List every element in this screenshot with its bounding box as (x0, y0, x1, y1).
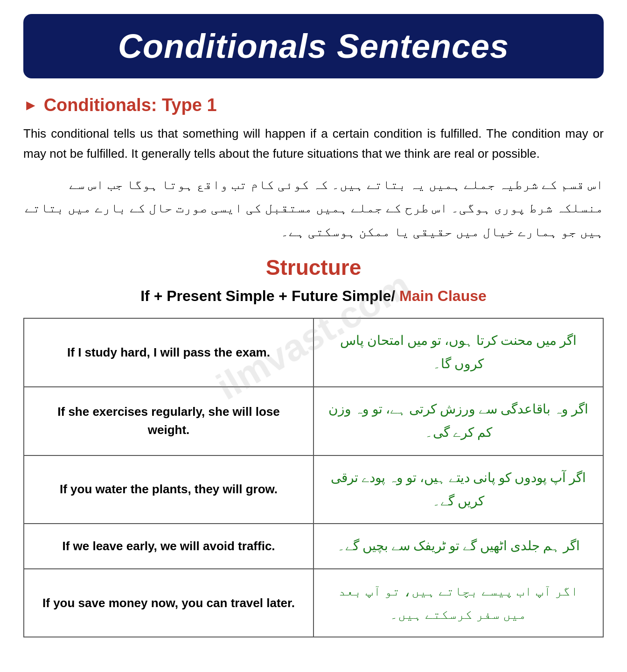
description-english: This conditional tells us that something… (23, 124, 604, 164)
chevron-icon: ► (23, 97, 38, 114)
conditionals-type-heading: Conditionals: Type 1 (44, 95, 217, 115)
table-row: If you save money now, you can travel la… (24, 569, 603, 637)
english-cell: If we leave early, we will avoid traffic… (24, 524, 314, 568)
section-heading: ► Conditionals: Type 1 (23, 95, 604, 115)
urdu-cell: اگر وہ باقاعدگی سے ورزش کرتی ہے، تو وہ و… (314, 387, 603, 455)
table-row: If I study hard, I will pass the exam.اگ… (24, 318, 603, 387)
english-cell: If she exercises regularly, she will los… (24, 387, 314, 455)
page-title: Conditionals Sentences (42, 27, 585, 65)
formula-part1: If + Present Simple + Future Simple/ (140, 287, 399, 304)
structure-title: Structure (23, 255, 604, 280)
header-box: Conditionals Sentences (23, 14, 604, 78)
description-urdu: اس قسم کے شرطیہ جملے ہمیں یہ بتاتے ہیں۔ … (23, 173, 604, 244)
english-cell: If I study hard, I will pass the exam. (24, 318, 314, 387)
urdu-cell: اگر ہم جلدی اٹھیں گے تو ٹریفک سے بچیں گے… (314, 524, 603, 568)
table-row: If you water the plants, they will grow.… (24, 455, 603, 524)
formula-part2: Main Clause (399, 287, 487, 304)
urdu-cell: اگر آپ پودوں کو پانی دیتے ہیں، تو وہ پود… (314, 455, 603, 524)
table-row: If we leave early, we will avoid traffic… (24, 524, 603, 568)
urdu-cell: اگر میں محنت کرتا ہوں، تو میں امتحان پاس… (314, 318, 603, 387)
english-cell: If you save money now, you can travel la… (24, 569, 314, 637)
formula: If + Present Simple + Future Simple/ Mai… (23, 287, 604, 305)
sentences-table: If I study hard, I will pass the exam.اگ… (23, 318, 604, 638)
table-row: If she exercises regularly, she will los… (24, 387, 603, 455)
urdu-cell: اگر آپ اب پیسے بچاتے ہیں، تو آپ بعد میں … (314, 569, 603, 637)
english-cell: If you water the plants, they will grow. (24, 455, 314, 524)
